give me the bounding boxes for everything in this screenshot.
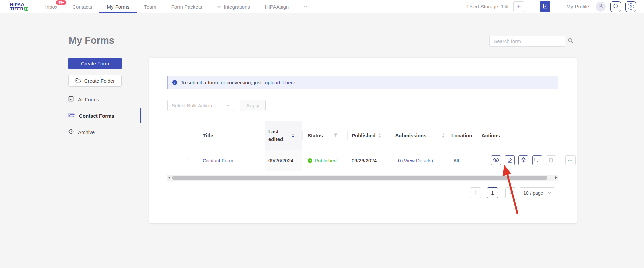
used-storage-label: Used Storage: 1% [467,4,508,9]
chevron-down-icon [217,5,221,8]
conversion-info-banner: i To submit a form for conversion, just … [167,76,558,89]
monitor-icon [534,157,540,164]
table-row: Contact Form 09/26/2024 Published 09/26/… [167,150,558,171]
nav-item-team[interactable]: Team [137,0,164,13]
ellipsis-icon: ··· [568,158,573,163]
row-checkbox[interactable] [188,158,193,163]
table-header-row: Title Last edited Status Published Submi… [167,121,558,150]
apply-button[interactable]: Apply [240,100,266,111]
header-actions: Actions [481,121,500,150]
chevron-down-icon [548,192,551,194]
brand-logo-line2: TIZER [10,7,28,11]
forms-list-card: i To submit a form for conversion, just … [149,58,577,223]
chevron-right-icon [510,190,512,196]
more-actions-button[interactable]: ··· [565,155,576,165]
last-edited-value: 09/26/2024 [268,158,293,163]
person-icon [598,3,603,10]
view-details-link[interactable]: 0 (View Details) [398,158,433,163]
page-size-select[interactable]: 10 / page [520,187,555,198]
pagination: 1 10 / page [149,187,558,198]
trash-icon [549,157,553,164]
scroll-right-arrow-icon[interactable] [555,176,557,179]
sidebar-item-archive[interactable]: Archive [68,128,95,136]
chevron-down-icon [226,104,230,107]
filter-icon[interactable] [334,133,338,137]
delete-button[interactable] [546,155,556,165]
new-document-button[interactable] [540,1,550,12]
header-published[interactable]: Published [352,121,381,150]
nav-item-inbox[interactable]: Inbox 99+ [38,0,65,13]
header-title: Title [203,121,213,150]
header-submissions[interactable]: Submissions [395,121,445,150]
search-button[interactable] [565,36,577,47]
publish-web-button[interactable] [532,155,542,165]
brand-logo-line1: HIPAA [10,2,28,7]
brand-logo[interactable]: HIPAA TIZER [10,0,28,13]
select-all-cell [188,121,193,150]
settings-button[interactable] [518,155,528,165]
select-all-checkbox[interactable] [188,133,193,138]
location-value: All [453,158,459,163]
nav-item-form-packets[interactable]: Form Packets [164,0,210,13]
header-status[interactable]: Status [308,121,338,150]
page-title: My Forms [68,35,114,46]
header-location: Location [451,121,472,150]
scrollbar-thumb[interactable] [172,176,547,180]
search-icon [568,38,574,45]
folder-icon [75,78,81,84]
nav-item-hipaasign[interactable]: HIPAAsign [258,0,296,13]
preview-button[interactable] [491,155,501,165]
active-menu-indicator [140,108,141,123]
horizontal-scrollbar[interactable] [167,175,558,181]
sidebar-item-all-forms[interactable]: All Forms [68,95,99,103]
clock-icon [68,129,74,135]
forms-sidebar: Create Form Create Folder All Forms Cont… [68,58,141,69]
banner-text: To submit a form for conversion, just [181,80,262,85]
next-page-button[interactable] [505,187,516,198]
sort-carets-icon[interactable] [442,133,445,138]
sidebar-item-contact-forms[interactable]: Contact Forms [68,112,114,120]
chevron-left-icon [474,190,477,196]
plus-icon: + [517,3,521,10]
form-icon [68,96,74,103]
logout-button[interactable] [610,1,621,12]
create-folder-button[interactable]: Create Folder [68,75,122,87]
scroll-left-arrow-icon[interactable] [168,176,170,179]
nav-item-contacts[interactable]: Contacts [65,0,99,13]
form-title-link[interactable]: Contact Form [203,158,233,163]
top-navigation: HIPAA TIZER Inbox 99+ Contacts My Forms … [0,0,644,13]
edit-button[interactable] [505,155,515,165]
my-profile-label: My Profile [566,4,589,9]
upload-it-here-link[interactable]: upload it here. [265,80,297,85]
ellipsis-icon: ⋯ [304,4,309,10]
gear-icon [521,157,526,164]
page-1-button[interactable]: 1 [487,187,498,198]
check-icon [308,158,312,163]
edit-pencil-icon [507,157,512,164]
add-storage-button[interactable]: + [513,1,524,12]
shield-lock-icon [24,7,28,11]
help-button[interactable]: ? [625,1,636,12]
prev-page-button[interactable] [470,187,481,198]
nav-item-overflow[interactable]: ⋯ [296,0,316,13]
published-date-value: 09/26/2024 [352,158,377,163]
sort-carets-icon[interactable] [378,133,381,138]
nav-item-integrations[interactable]: Integrations [210,0,257,13]
create-form-button[interactable]: Create Form [68,58,122,69]
main-nav: Inbox 99+ Contacts My Forms Team Form Pa… [38,0,316,13]
search-input[interactable] [489,36,565,47]
profile-avatar[interactable] [596,2,606,12]
folder-open-icon [68,113,75,119]
nav-right-cluster: Used Storage: 1% + My Profile ? [467,0,636,13]
document-plus-icon [543,4,547,10]
logout-icon [613,3,618,10]
info-icon: i [172,80,177,85]
eye-icon [493,158,499,163]
question-icon: ? [628,3,634,10]
bulk-action-select[interactable]: Select Bulk Action [167,100,234,111]
nav-item-my-forms[interactable]: My Forms [99,0,137,13]
sort-carets-icon[interactable] [292,133,294,138]
header-last-edited[interactable]: Last edited [268,121,294,150]
status-badge: Published [308,158,337,163]
search-bar [489,36,577,47]
